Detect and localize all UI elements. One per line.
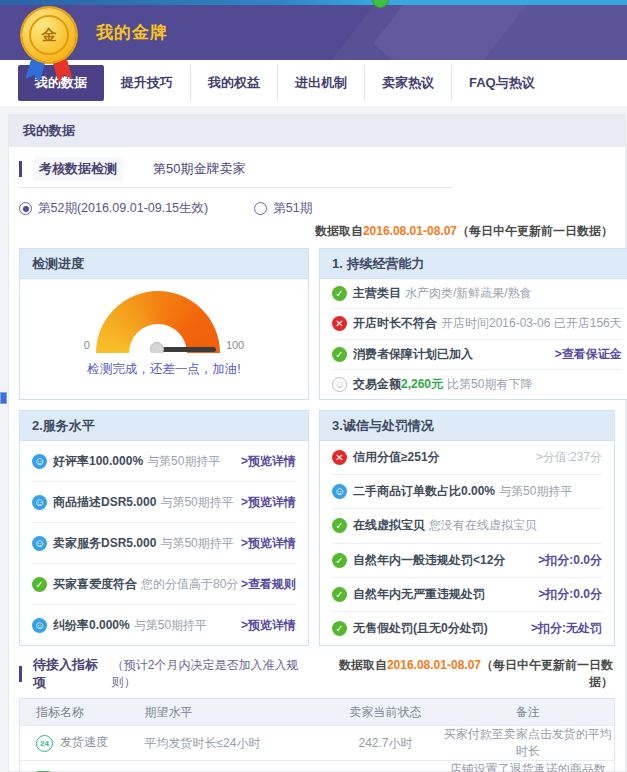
gauge-max-label: 100 — [226, 339, 244, 351]
panel-row-label: 好评率100.000% — [53, 453, 143, 470]
panel-row-left: ✕信用分值≥251分 — [332, 449, 440, 466]
smile-icon: ☺ — [32, 495, 47, 510]
period-radio-option[interactable]: 第52期(2016.09.01-09.15生效) — [19, 200, 208, 217]
radio-icon[interactable] — [254, 202, 267, 215]
radio-icon[interactable] — [19, 202, 32, 215]
panel-integrity-penalty: 3.诚信与处罚情况 ✕信用分值≥251分>分值:237分☺二手商品订单数占比0.… — [319, 410, 615, 646]
nav-tab[interactable]: 提升技巧 — [104, 65, 190, 101]
data-source-prefix: 数据取自 — [315, 224, 363, 238]
panel-row: ✓买家喜爱度符合您的分值高于80分>查看规则 — [32, 563, 296, 604]
panel-row-link[interactable]: >预览详情 — [241, 453, 296, 470]
panel-row-link[interactable]: >预览详情 — [241, 535, 296, 552]
sub-tab-accent-bar — [19, 161, 22, 177]
panel-row-left: ✕开店时长不符合开店时间2016-03-06 已开店156天 — [332, 315, 622, 332]
panel-row-left: ☺商品描述DSR5.000与第50期持平 — [32, 494, 233, 511]
table-row: 24发货速度平均发货时长≤24小时242.7小时买家付款至卖家点击发货的平均时长 — [20, 726, 615, 761]
panel-row-left: ☺交易金额2,260元比第50期有下降 — [332, 376, 532, 393]
panel-body: ☺好评率100.000%与第50期持平>预览详情☺商品描述DSR5.000与第5… — [20, 441, 308, 645]
panel-row-left: ✓自然年内一般违规处罚<12分 — [332, 552, 505, 569]
top-divider-strip — [0, 0, 627, 5]
sub-tab-bar: 考核数据检测第50期金牌卖家 — [19, 157, 454, 188]
panel-row-label: 消费者保障计划已加入 — [353, 346, 473, 363]
data-source-date: 2016.08.01-08.07 — [387, 658, 481, 672]
table-header-cell: 卖家当前状态 — [330, 699, 442, 726]
panel-row-label: 纠纷率0.000% — [53, 617, 130, 634]
panel-row: ☺卖家服务DSR5.000与第50期持平>预览详情 — [32, 522, 296, 563]
panel-business-ability: 1. 持续经营能力 ✓主营类目水产肉类/新鲜蔬果/熟食✕开店时长不符合开店时间2… — [319, 248, 627, 400]
panel-row-left: ✓在线虚拟宝贝您没有在线虚拟宝贝 — [332, 517, 537, 534]
panel-row-label: 自然年内无严重违规处罚 — [353, 586, 485, 603]
gauge-caption: 检测完成，还差一点，加油! — [32, 361, 296, 378]
nav-tab[interactable]: 卖家热议 — [364, 65, 451, 101]
panel-row-label: 二手商品订单数占比0.00% — [353, 483, 495, 500]
panel-row-left: ☺卖家服务DSR5.000与第50期持平 — [32, 535, 233, 552]
speed-24-icon: 24 — [36, 735, 53, 752]
pending-metrics-header: 待接入指标项 （预计2个月内决定是否加入准入规则） 数据取自2016.08.01… — [19, 656, 615, 692]
card-body: 考核数据检测第50期金牌卖家 第52期(2016.09.01-09.15生效)第… — [9, 147, 625, 772]
check-icon: ✓ — [332, 587, 347, 602]
gauge-panel-body: 0 100 检测完成，还差一点，加油! — [20, 279, 308, 399]
nav-tab[interactable]: 我的权益 — [190, 65, 277, 101]
data-source-note: 数据取自2016.08.01-08.07（每日中午更新前一日数据） — [319, 657, 615, 691]
period-radio-option[interactable]: 第51期 — [254, 200, 312, 217]
pending-metrics-table: 指标名称期望水平卖家当前状态备注 24发货速度平均发货时长≤24小时242.7小… — [19, 698, 615, 772]
metric-status-cell: 0个 — [330, 761, 442, 772]
neutral-icon: ☺ — [332, 377, 347, 392]
panel-row-link[interactable]: >查看规则 — [241, 576, 296, 593]
gauge-min-label: 0 — [84, 339, 90, 351]
check-icon: ✓ — [332, 347, 347, 362]
panel-body: ✓主营类目水产肉类/新鲜蔬果/熟食✕开店时长不符合开店时间2016-03-06 … — [320, 279, 627, 399]
panel-row: ☺纠纷率0.000%与第50期持平>预览详情 — [32, 604, 296, 645]
panel-body: ✕信用分值≥251分>分值:237分☺二手商品订单数占比0.00%与第50期持平… — [320, 441, 614, 645]
table-header-cell: 期望水平 — [145, 699, 330, 726]
panel-row-link[interactable]: >预览详情 — [241, 494, 296, 511]
gauge-panel-title: 检测进度 — [20, 249, 308, 279]
my-gold-medal-page: 我的金牌 金 我的数据提升技巧我的权益进出机制卖家热议FAQ与热议 我的数据 考… — [0, 0, 627, 772]
period-label: 第51期 — [273, 200, 312, 217]
check-icon: ✓ — [332, 518, 347, 533]
main-card: 我的数据 考核数据检测第50期金牌卖家 第52期(2016.09.01-09.1… — [8, 114, 626, 772]
data-source-date: 2016.08.01-08.07 — [363, 224, 457, 238]
metric-remark: 店铺设置了退货承诺的商品数量， — [450, 762, 606, 772]
metric-remark-cell: 买家付款至卖家点击发货的平均时长 — [442, 726, 615, 761]
gauge-arc — [96, 291, 220, 353]
panel-row-label: 买家喜爱度符合 — [53, 576, 137, 593]
sub-tab[interactable]: 第50期金牌卖家 — [147, 157, 251, 181]
check-icon: ✓ — [332, 286, 347, 301]
gauge-needle — [158, 347, 216, 352]
check-icon: ✓ — [332, 621, 347, 636]
table-header-row: 指标名称期望水平卖家当前状态备注 — [20, 699, 615, 726]
metric-name: 发货速度 — [60, 735, 108, 749]
panel-row-label: 交易金额 — [353, 376, 401, 393]
metric-status-cell: 242.7小时 — [330, 726, 442, 761]
panel-row: ✕开店时长不符合开店时间2016-03-06 已开店156天 — [332, 308, 622, 338]
panel-row-left: ✓无售假处罚(且无0分处罚) — [332, 620, 488, 637]
panel-row-detail: 与第50期持平 — [134, 617, 207, 634]
nav-tab[interactable]: 进出机制 — [277, 65, 364, 101]
check-icon: ✓ — [32, 577, 47, 592]
panel-row-link[interactable]: >扣分:无处罚 — [531, 620, 602, 637]
metric-remark-cell: 店铺设置了退货承诺的商品数量，点击设置 — [442, 761, 615, 772]
period-label: 第52期(2016.09.01-09.15生效) — [38, 200, 208, 217]
panel-row-detail: 开店时间2016-03-06 已开店156天 — [441, 315, 622, 332]
panel-row: ✓消费者保障计划已加入>查看保证金 — [332, 339, 622, 369]
smile-icon: ☺ — [32, 618, 47, 633]
sub-tab[interactable]: 考核数据检测 — [33, 157, 123, 181]
metric-remark: 买家付款至卖家点击发货的平均时长 — [444, 727, 612, 758]
panel-row-link[interactable]: >扣分:0.0分 — [538, 552, 602, 569]
smile-icon: ☺ — [32, 536, 47, 551]
panel-row-link[interactable]: >扣分:0.0分 — [538, 586, 602, 603]
panel-grid-row2: 2.服务水平 ☺好评率100.000%与第50期持平>预览详情☺商品描述DSR5… — [19, 410, 615, 646]
panel-row-link[interactable]: >查看保证金 — [555, 346, 622, 363]
panel-row-detail: 与第50期持平 — [147, 453, 220, 470]
panel-row: ☺二手商品订单数占比0.00%与第50期持平 — [332, 474, 602, 508]
pending-accent-bar — [19, 666, 22, 682]
medal-circle: 金 — [22, 8, 76, 62]
data-source-prefix: 数据取自 — [339, 658, 387, 672]
page-title: 我的金牌 — [96, 21, 168, 44]
nav-tab[interactable]: FAQ与热议 — [451, 65, 552, 101]
panel-row: ✓无售假处罚(且无0分处罚)>扣分:无处罚 — [332, 611, 602, 645]
panel-row: ✓自然年内无严重违规处罚>扣分:0.0分 — [332, 577, 602, 611]
panel-title: 1. 持续经营能力 — [320, 249, 627, 279]
panel-row-link[interactable]: >预览详情 — [241, 617, 296, 634]
